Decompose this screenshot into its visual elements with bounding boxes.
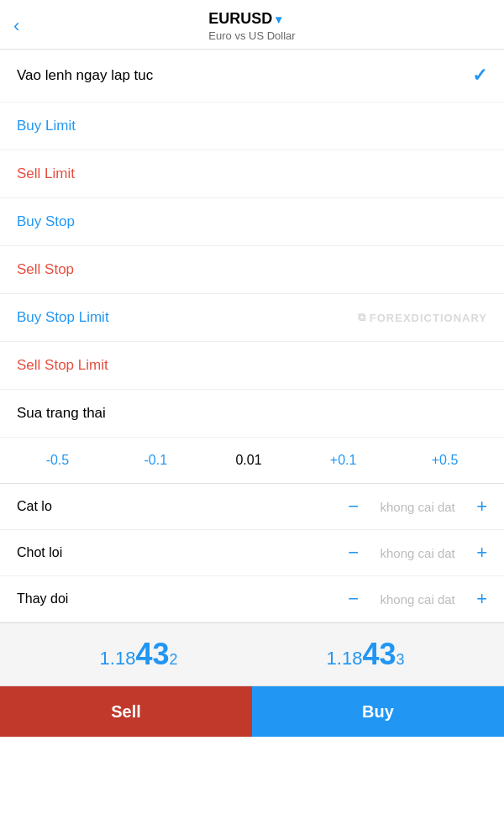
sell-stop-label: Sell Stop bbox=[17, 261, 74, 278]
menu-item-sell-stop-limit[interactable]: Sell Stop Limit bbox=[0, 342, 504, 390]
cat-lo-controls: − khong cai dat + bbox=[348, 497, 487, 516]
thay-doi-value: khong cai dat bbox=[375, 592, 459, 607]
buy-button[interactable]: Buy bbox=[252, 686, 504, 737]
menu-item-buy-stop[interactable]: Buy Stop bbox=[0, 198, 504, 246]
menu-item-sell-stop[interactable]: Sell Stop bbox=[0, 246, 504, 294]
chot-loi-plus-btn[interactable]: + bbox=[476, 544, 487, 562]
sell-limit-label: Sell Limit bbox=[17, 165, 75, 182]
buy-stop-label: Buy Stop bbox=[17, 213, 75, 230]
menu-section: Vao lenh ngay lap tuc ✓ Buy Limit Sell L… bbox=[0, 50, 504, 438]
adjustment-bar: -0.5 -0.1 0.01 +0.1 +0.5 bbox=[0, 438, 504, 484]
sell-stop-limit-label: Sell Stop Limit bbox=[17, 357, 108, 374]
header-center: EURUSD ▾ Euro vs US Dollar bbox=[208, 10, 295, 42]
sell-price-display: 1.18 43 2 bbox=[100, 637, 178, 672]
menu-item-buy-limit[interactable]: Buy Limit bbox=[0, 102, 504, 150]
chot-loi-row: Chot loi − khong cai dat + bbox=[0, 530, 504, 576]
buy-price-big: 43 bbox=[362, 637, 396, 672]
thay-doi-plus-btn[interactable]: + bbox=[476, 590, 487, 608]
menu-item-buy-stop-limit[interactable]: Buy Stop Limit ⧉ FOREXDICTIONARY bbox=[0, 294, 504, 342]
chot-loi-minus-btn[interactable]: − bbox=[348, 544, 359, 562]
cat-lo-value: khong cai dat bbox=[375, 500, 459, 514]
buy-limit-label: Buy Limit bbox=[17, 118, 76, 134]
adj-plus-0-5[interactable]: +0.5 bbox=[425, 449, 465, 471]
watermark-text: FOREXDICTIONARY bbox=[370, 312, 487, 324]
buy-stop-limit-label: Buy Stop Limit bbox=[17, 309, 109, 326]
menu-item-immediate[interactable]: Vao lenh ngay lap tuc ✓ bbox=[0, 50, 504, 102]
sell-price-small: 2 bbox=[169, 651, 177, 669]
sell-button[interactable]: Sell bbox=[0, 686, 252, 737]
thay-doi-label: Thay doi bbox=[17, 591, 68, 607]
thay-doi-controls: − khong cai dat + bbox=[348, 590, 487, 608]
cat-lo-minus-btn[interactable]: − bbox=[348, 497, 359, 516]
cat-lo-plus-btn[interactable]: + bbox=[476, 497, 487, 516]
checkmark-icon: ✓ bbox=[472, 65, 487, 87]
adj-minus-0-5[interactable]: -0.5 bbox=[39, 449, 76, 471]
thay-doi-minus-btn[interactable]: − bbox=[348, 590, 359, 608]
watermark-icon: ⧉ bbox=[358, 311, 366, 324]
adj-current-value: 0.01 bbox=[235, 453, 261, 468]
cat-lo-row: Cat lo − khong cai dat + bbox=[0, 484, 504, 530]
action-buttons: Sell Buy bbox=[0, 686, 504, 737]
buy-price-small: 3 bbox=[396, 651, 404, 669]
buy-price-prefix: 1.18 bbox=[327, 648, 363, 670]
sell-price-prefix: 1.18 bbox=[100, 648, 136, 670]
header: ‹ EURUSD ▾ Euro vs US Dollar bbox=[0, 0, 504, 50]
immediate-label: Vao lenh ngay lap tuc bbox=[17, 67, 153, 84]
header-title: EURUSD ▾ bbox=[208, 10, 295, 28]
header-subtitle: Euro vs US Dollar bbox=[208, 29, 295, 42]
menu-item-sell-limit[interactable]: Sell Limit bbox=[0, 150, 504, 198]
adj-minus-0-1[interactable]: -0.1 bbox=[138, 449, 175, 471]
price-bar: 1.18 43 2 1.18 43 3 bbox=[0, 622, 504, 686]
modify-label: Sua trang thai bbox=[17, 405, 106, 422]
buy-price-display: 1.18 43 3 bbox=[327, 637, 405, 672]
cat-lo-label: Cat lo bbox=[17, 499, 52, 514]
adj-plus-0-1[interactable]: +0.1 bbox=[323, 449, 364, 471]
menu-item-modify[interactable]: Sua trang thai bbox=[0, 390, 504, 438]
chevron-down-icon[interactable]: ▾ bbox=[276, 13, 281, 26]
chot-loi-label: Chot loi bbox=[17, 545, 62, 560]
currency-pair: EURUSD bbox=[208, 10, 272, 28]
chot-loi-controls: − khong cai dat + bbox=[348, 544, 487, 562]
back-button[interactable]: ‹ bbox=[13, 15, 19, 37]
watermark: ⧉ FOREXDICTIONARY bbox=[358, 311, 487, 324]
thay-doi-row: Thay doi − khong cai dat + bbox=[0, 576, 504, 622]
chot-loi-value: khong cai dat bbox=[375, 546, 459, 560]
sell-price-big: 43 bbox=[135, 637, 169, 672]
